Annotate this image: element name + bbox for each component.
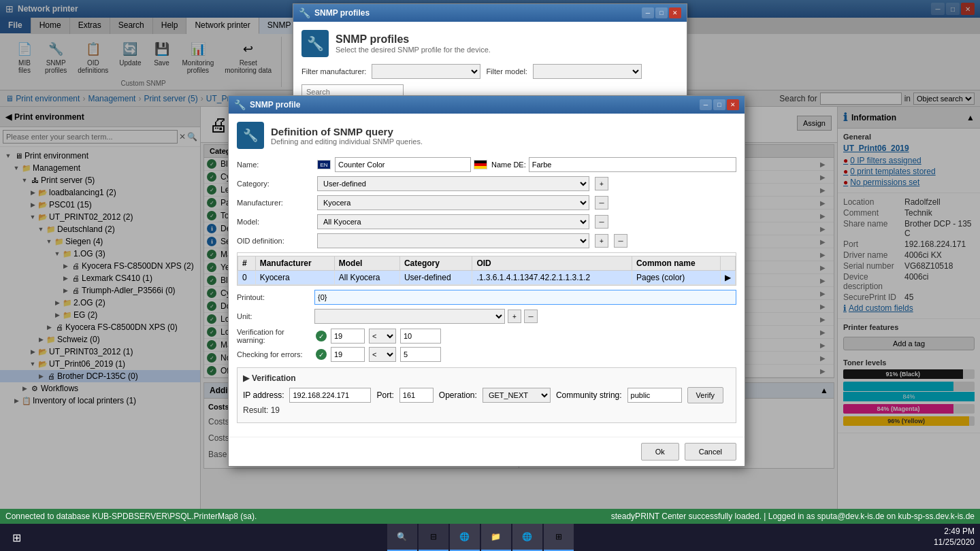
checking-errors-label: Checking for errors:: [237, 350, 312, 358]
manufacturer-label: Manufacturer:: [237, 199, 312, 207]
status-bar: Connected to database KUB-SPDBSERVER\PSQ…: [0, 509, 980, 524]
warning-op-select[interactable]: <: [369, 329, 396, 344]
snmp-icon: 🔧: [301, 30, 329, 57]
def-header: 🔧 Definition of SNMP query Defining and …: [237, 122, 736, 149]
printout-input[interactable]: [314, 290, 736, 305]
flag-de: [474, 160, 487, 169]
name-label: Name:: [237, 161, 312, 169]
taskbar-chrome[interactable]: 🌐: [512, 524, 542, 551]
manufacturer-clear-btn[interactable]: ─: [595, 196, 608, 210]
oid-table: # Manufacturer Model Category OID Common…: [238, 256, 736, 285]
snmp-close-btn[interactable]: ✕: [669, 7, 681, 18]
ip-input[interactable]: [289, 388, 371, 403]
ok-button[interactable]: Ok: [641, 443, 679, 461]
result-value: 19: [271, 405, 280, 415]
verification-warning-label: Verification for warning:: [237, 328, 312, 344]
taskbar-taskview[interactable]: ⊟: [419, 524, 448, 551]
warning-status-icon: ✓: [316, 331, 327, 341]
taskbar-left: ⊞: [0, 525, 33, 550]
category-btn[interactable]: +: [595, 177, 608, 190]
dialog-title-text: SNMP profile: [250, 100, 700, 110]
start-button[interactable]: ⊞: [4, 525, 29, 550]
name-en-input[interactable]: [335, 157, 471, 172]
model-clear-btn[interactable]: ─: [595, 215, 608, 229]
category-select[interactable]: User-defined: [317, 176, 589, 191]
oid-clear-btn[interactable]: ─: [614, 234, 627, 248]
table-row[interactable]: 0 Kyocera All Kyocera User-defined .1.3.…: [238, 271, 736, 285]
port-label: Port:: [376, 390, 393, 400]
dialog-titlebar: 🔧 SNMP profile ─ □ ✕: [229, 96, 745, 114]
ip-label: IP address:: [243, 390, 284, 400]
verify-button[interactable]: Verify: [687, 387, 724, 403]
dialog-content: 🔧 Definition of SNMP query Defining and …: [229, 114, 745, 437]
community-label: Community string:: [556, 390, 622, 400]
error-status-icon: ✓: [316, 349, 327, 360]
taskbar: ⊞ 🔍 ⊟ 🌐 📁 🌐 ⊞ 2:49 PM11/25/2020: [0, 524, 980, 551]
category-row: Category: User-defined +: [237, 176, 736, 191]
name-de-input[interactable]: [529, 157, 736, 172]
dialog-controls: ─ □ ✕: [700, 99, 739, 110]
snmp-profiles-controls: ─ □ ✕: [642, 7, 681, 18]
filter-model-label: Filter model:: [486, 67, 527, 76]
cancel-button[interactable]: Cancel: [685, 443, 736, 461]
unit-select[interactable]: [314, 309, 505, 324]
name-row: Name: EN Name DE:: [237, 157, 736, 172]
flag-en: EN: [317, 160, 331, 169]
dialog-footer: Ok Cancel: [229, 437, 745, 466]
oid-select[interactable]: [317, 233, 589, 248]
expand-verification-icon[interactable]: ▶: [243, 373, 249, 383]
model-select[interactable]: All Kyocera: [317, 214, 589, 229]
status-message: Connected to database KUB-SPDBSERVER\PSQ…: [5, 512, 257, 521]
verification-section: ▶ Verification IP address: Port: Operati…: [237, 367, 736, 423]
operation-select[interactable]: GET_NEXT: [483, 388, 551, 403]
model-row: Model: All Kyocera ─: [237, 214, 736, 229]
dialog-max-btn[interactable]: □: [713, 99, 725, 110]
model-label: Model:: [237, 218, 312, 226]
errors-num-input[interactable]: [331, 347, 365, 362]
taskbar-search[interactable]: 🔍: [387, 524, 417, 551]
operation-label: Operation:: [439, 390, 477, 400]
snmp-header: 🔧 SNMP profiles Select the desired SNMP …: [301, 30, 679, 57]
filter-manufacturer-select[interactable]: [372, 64, 480, 79]
snmp-min-btn[interactable]: ─: [642, 7, 654, 18]
filter-model-select[interactable]: [533, 64, 642, 79]
def-heading: Definition of SNMP query: [271, 126, 423, 137]
taskbar-apps: 🔍 ⊟ 🌐 📁 🌐 ⊞: [385, 524, 576, 551]
manufacturer-select[interactable]: Kyocera: [317, 195, 589, 210]
errors-op-select[interactable]: <: [369, 347, 396, 362]
filter-mfr-label: Filter manufacturer:: [301, 67, 366, 76]
dialog-close-btn[interactable]: ✕: [727, 99, 739, 110]
filter-row: Filter manufacturer: Filter model:: [301, 64, 679, 79]
port-input[interactable]: [399, 388, 434, 403]
snmp-profiles-titlebar: 🔧 SNMP profiles ─ □ ✕: [293, 4, 687, 22]
unit-label: Unit:: [237, 312, 312, 320]
community-input[interactable]: [627, 388, 682, 403]
oid-add-btn[interactable]: +: [595, 234, 608, 248]
warning-num-input[interactable]: [331, 329, 365, 344]
unit-clear-btn[interactable]: ─: [524, 310, 538, 323]
status-right: steadyPRINT Center successfully loaded. …: [611, 512, 975, 521]
manufacturer-row: Manufacturer: Kyocera ─: [237, 195, 736, 210]
category-label: Category:: [237, 180, 312, 188]
snmp-heading: SNMP profiles: [336, 33, 491, 46]
checking-errors-row: Checking for errors: ✓ <: [237, 347, 736, 362]
taskbar-right: 2:49 PM11/25/2020: [928, 527, 980, 548]
warning-val-input[interactable]: [400, 329, 441, 344]
taskbar-app-icon[interactable]: ⊞: [544, 524, 574, 551]
verify-result: Result: 19: [243, 403, 730, 417]
taskbar-edge[interactable]: 🌐: [450, 524, 480, 551]
verification-title: ▶ Verification: [243, 373, 730, 383]
def-icon: 🔧: [237, 122, 264, 149]
printout-row: Printout:: [237, 290, 736, 305]
errors-val-input[interactable]: [400, 347, 441, 362]
taskbar-time: 2:49 PM11/25/2020: [934, 527, 975, 548]
printout-label: Printout:: [237, 293, 312, 301]
name-de-label: Name DE:: [491, 161, 526, 169]
unit-add-btn[interactable]: +: [508, 310, 521, 323]
verify-row: IP address: Port: Operation: GET_NEXT Co…: [243, 387, 730, 403]
taskbar-folder[interactable]: 📁: [481, 524, 511, 551]
snmp-max-btn[interactable]: □: [655, 7, 668, 18]
dialog-min-btn[interactable]: ─: [700, 99, 712, 110]
unit-row: Unit: + ─: [237, 309, 736, 324]
snmp-profiles-title: SNMP profiles: [314, 8, 642, 18]
